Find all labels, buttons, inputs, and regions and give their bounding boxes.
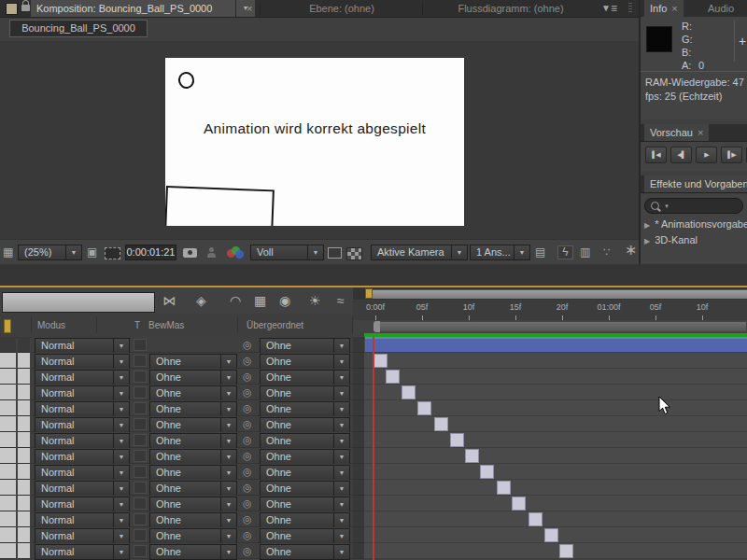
parent-dropdown[interactable]: Ohne ▼ — [260, 370, 350, 385]
preserve-transparency-checkbox[interactable] — [134, 466, 147, 478]
layer-clip-block[interactable] — [512, 497, 526, 511]
show-snapshot-icon[interactable] — [206, 247, 218, 258]
layer-switch-cell[interactable] — [18, 369, 30, 385]
tab-preview[interactable]: Vorschau× — [644, 124, 709, 141]
layer-clip-block[interactable] — [386, 370, 400, 384]
region-of-interest-icon[interactable] — [105, 247, 120, 259]
blend-mode-dropdown[interactable]: Normal ▼ — [35, 354, 130, 370]
share-view-icon[interactable]: ▤ — [535, 246, 545, 259]
chevron-down-icon[interactable]: ▼ — [601, 0, 611, 17]
layer-name-cell[interactable] — [0, 432, 16, 448]
layer-switch-cell[interactable] — [18, 416, 30, 432]
layer-switch-cell[interactable] — [18, 353, 30, 369]
layer-switch-cell[interactable] — [18, 400, 30, 416]
column-trkmat[interactable]: BewMas — [148, 320, 184, 330]
layer-track[interactable] — [364, 337, 747, 353]
parent-dropdown[interactable]: Ohne ▼ — [260, 385, 350, 401]
parent-dropdown[interactable]: Ohne ▼ — [260, 449, 350, 465]
track-matte-dropdown[interactable]: Ohne ▼ — [149, 544, 237, 560]
layer-name-cell[interactable] — [0, 464, 16, 480]
chevron-down-icon[interactable]: ▼ — [664, 199, 669, 215]
track-matte-dropdown[interactable]: Ohne ▼ — [149, 497, 237, 512]
pick-whip-icon[interactable]: ◎ — [243, 338, 252, 352]
track-matte-dropdown[interactable]: Ohne ▼ — [149, 354, 237, 370]
preserve-transparency-checkbox[interactable] — [134, 529, 147, 541]
collapse-arrow-icon[interactable]: ▶ — [644, 237, 650, 245]
current-time-indicator-head[interactable] — [4, 319, 11, 333]
layer-switch-cell[interactable] — [18, 511, 30, 527]
blend-mode-dropdown[interactable]: Normal ▼ — [35, 401, 130, 417]
tab-layer[interactable]: Ebene: (ohne) — [263, 0, 420, 17]
track-matte-dropdown[interactable]: Ohne ▼ — [149, 481, 237, 497]
layer-duration-bar[interactable] — [365, 337, 747, 352]
layer-track[interactable] — [364, 353, 747, 369]
parent-dropdown[interactable]: Ohne ▼ — [260, 544, 350, 560]
close-icon[interactable]: × — [698, 127, 703, 138]
column-divider[interactable] — [237, 316, 238, 333]
blend-mode-dropdown[interactable]: Normal ▼ — [35, 433, 130, 449]
pick-whip-icon[interactable]: ◎ — [243, 433, 252, 447]
current-time-indicator-line[interactable] — [373, 337, 374, 560]
layer-name-cell[interactable] — [0, 543, 16, 559]
parent-dropdown[interactable]: Ohne ▼ — [260, 512, 350, 528]
preserve-transparency-checkbox[interactable] — [134, 434, 147, 446]
view-layout-dropdown[interactable]: 1 Ans... ▼ — [470, 245, 530, 260]
pick-whip-icon[interactable]: ◎ — [243, 401, 252, 415]
layer-track[interactable] — [364, 480, 747, 496]
column-mode[interactable]: Modus — [37, 320, 65, 330]
parent-dropdown[interactable]: Ohne ▼ — [260, 401, 350, 417]
pick-whip-icon[interactable]: ◎ — [243, 544, 252, 558]
layer-track[interactable] — [364, 496, 747, 511]
pick-whip-icon[interactable]: ◎ — [243, 449, 252, 463]
preserve-transparency-checkbox[interactable] — [134, 497, 147, 510]
layer-name-cell[interactable] — [0, 527, 16, 543]
panel-menu-icon[interactable]: ≡ — [611, 0, 617, 17]
magnification-dropdown[interactable]: (25%) ▼ — [18, 245, 82, 260]
blend-mode-dropdown[interactable]: Normal ▼ — [35, 528, 130, 544]
layer-name-cell[interactable] — [0, 496, 16, 511]
layer-clip-block[interactable] — [529, 512, 543, 526]
layer-track[interactable] — [364, 385, 747, 400]
pick-whip-icon[interactable]: ◎ — [243, 528, 252, 542]
pick-whip-icon[interactable]: ◎ — [243, 354, 252, 368]
layer-name-cell[interactable] — [0, 369, 16, 385]
parent-dropdown[interactable]: Ohne ▼ — [260, 497, 350, 512]
preserve-transparency-checkbox[interactable] — [134, 402, 147, 414]
graph-editor-icon[interactable]: ≈ — [337, 291, 345, 310]
effects-tree-item[interactable]: ▶3D-Kanal — [641, 232, 747, 248]
layer-name-cell[interactable] — [0, 480, 16, 496]
play-button[interactable]: ▶ — [696, 147, 717, 163]
layer-name-cell[interactable] — [0, 400, 16, 416]
track-matte-dropdown[interactable]: Ohne ▼ — [149, 385, 237, 401]
blend-mode-dropdown[interactable]: Normal ▼ — [35, 481, 130, 497]
blend-mode-dropdown[interactable]: Normal ▼ — [35, 449, 130, 465]
layer-track[interactable] — [364, 416, 747, 432]
effects-tree-item[interactable]: ▶* Animationsvorgaben — [641, 217, 747, 232]
blend-mode-dropdown[interactable]: Normal ▼ — [35, 544, 130, 560]
layer-track[interactable] — [364, 543, 747, 559]
layer-clip-block[interactable] — [417, 401, 431, 415]
preserve-transparency-checkbox[interactable] — [134, 339, 147, 351]
layer-track[interactable] — [364, 464, 747, 480]
pick-whip-icon[interactable]: ◎ — [243, 417, 252, 431]
blend-mode-dropdown[interactable]: Normal ▼ — [35, 370, 130, 385]
flowchart-icon[interactable]: ∵ — [603, 246, 611, 259]
histogram-icon[interactable]: ▥ — [580, 246, 590, 259]
timecode-field[interactable]: 0:00:01:21 — [125, 245, 176, 260]
next-frame-button[interactable]: ▌▶ — [721, 147, 742, 163]
preserve-transparency-checkbox[interactable] — [134, 418, 147, 430]
track-matte-dropdown[interactable]: Ohne ▼ — [149, 512, 237, 528]
work-area-bar[interactable] — [374, 321, 747, 332]
shy-icon[interactable]: ◠ — [230, 291, 241, 310]
column-t[interactable]: T — [134, 320, 140, 330]
layer-switch-cell[interactable] — [18, 385, 30, 400]
track-matte-dropdown[interactable]: Ohne ▼ — [149, 401, 237, 417]
track-matte-dropdown[interactable]: Ohne ▼ — [149, 528, 237, 544]
blend-mode-dropdown[interactable]: Normal ▼ — [35, 497, 130, 512]
motion-blur-icon[interactable]: ◉ — [279, 291, 290, 310]
parent-dropdown[interactable]: Ohne ▼ — [260, 417, 350, 433]
pick-whip-icon[interactable]: ◎ — [243, 497, 252, 511]
track-matte-dropdown[interactable]: Ohne ▼ — [149, 465, 237, 481]
parent-dropdown[interactable]: Ohne ▼ — [260, 465, 350, 481]
close-icon[interactable]: × — [671, 3, 677, 14]
